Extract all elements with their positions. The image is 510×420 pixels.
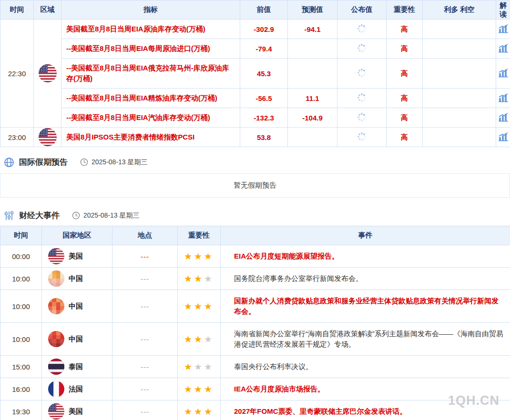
star-icon: ★ [194,251,204,261]
event-time: 10:00 [0,290,42,323]
country-wrap: 美国 [42,248,112,264]
interpret-cell[interactable] [496,20,510,39]
indicator-name[interactable]: 美国截至8月8日当周EIA原油库存变动(万桶) [61,20,240,39]
importance-stars: ★★★ [178,268,221,290]
interpret-cell[interactable] [496,59,510,89]
flag-cn3-icon [48,331,64,347]
importance-value: 高 [387,59,423,89]
event-text[interactable]: 泰国央行公布利率决议。 [221,356,510,378]
events-section-title: 财经大事件 [19,210,60,221]
event-time: 10:00 [0,323,42,356]
country-cell: 美国 [42,245,112,268]
chart-icon[interactable] [498,46,509,54]
indicator-name[interactable]: --美国截至8月8日当周EIA俄克拉荷马州-库欣原油库存(万桶) [61,59,240,89]
published-value [337,89,387,108]
location-cell: --- [112,400,178,420]
bull-bear-cell [423,108,496,128]
chart-icon[interactable] [498,135,509,143]
importance-stars: ★★★ [178,378,221,400]
indicator-name[interactable]: --美国截至8月8日当周EIA每周原油进口(万桶) [61,39,240,59]
header-region: 区域 [34,0,61,20]
time-cell: 23:00 [0,128,34,147]
forecast-value [288,39,337,59]
event-text[interactable]: 国务院台湾事务办公室举行新闻发布会。 [221,268,510,290]
event-text[interactable]: 2027年FOMC票委、里奇蒙联储主席巴尔金发表讲话。 [221,400,510,420]
event-text[interactable]: 国新办就个人消费贷款贴息政策和服务业经营主体贷款贴息政策有关情况举行新闻发布会。 [221,290,510,323]
star-icon: ★ [194,274,204,284]
forecast-value: -94.1 [288,20,337,39]
importance-stars: ★★★ [178,356,221,378]
previous-value: -132.3 [240,108,288,128]
country-name: 法国 [69,385,83,394]
location-cell: --- [112,323,178,356]
indicator-row: 22:30美国截至8月8日当周EIA原油库存变动(万桶)-302.9-94.1高 [0,20,510,39]
previous-value: 45.3 [240,59,288,89]
flag-us-icon [48,403,64,420]
importance-value: 高 [387,20,423,39]
header-importance: 重要性 [387,0,423,20]
previous-value: -79.4 [240,39,288,59]
flag-us-icon [39,128,57,146]
published-value [337,20,387,39]
header-event: 事件 [221,226,510,245]
clock-icon [80,158,88,166]
forecast-value [288,128,337,147]
chart-icon[interactable] [498,96,509,104]
events-table: 时间 国家地区 地点 重要性 事件 00:00美国---★★★EIA公布月度短期… [0,226,510,420]
header-bull-bear: 利多 利空 [423,0,496,20]
indicator-row: --美国截至8月8日当周EIA精炼油库存变动(万桶)-56.511.1高 [0,89,510,108]
interpret-cell[interactable] [496,108,510,128]
star-icon: ★ [194,384,204,394]
event-row: 10:00中国---★★★海南省新闻办公室举行“海南自贸港政策解读”系列主题新闻… [0,323,510,356]
loading-spinner-icon [357,27,367,35]
header-time: 时间 [0,0,34,20]
published-value [337,59,387,89]
star-icon: ★ [184,407,194,417]
event-text[interactable]: IEA公布月度原油市场报告。 [221,378,510,400]
country-name: 中国 [69,302,83,311]
country-cell: 中国 [42,268,112,290]
globe-icon [4,157,14,168]
region-cell [34,20,61,128]
chart-icon[interactable] [498,115,509,123]
flag-fr-icon [48,381,64,397]
interpret-cell[interactable] [496,89,510,108]
holiday-empty-text: 暂无假期预告 [234,181,276,190]
chart-icon[interactable] [498,71,509,79]
economic-calendar-page: 时间 区域 指标 前值 预测值 公布值 重要性 利多 利空 解读 22:30美国… [0,0,510,420]
star-icon: ★ [204,251,214,261]
interpret-cell[interactable] [496,39,510,59]
event-row: 16:00法国---★★★IEA公布月度原油市场报告。 [0,378,510,400]
loading-spinner-icon [357,135,367,143]
star-icon: ★ [204,407,214,417]
header-interpret: 解读 [496,0,510,20]
header-previous: 前值 [240,0,288,20]
loading-spinner-icon [357,96,367,104]
header-published: 公布值 [337,0,387,20]
star-icon: ★ [184,362,194,372]
country-cell: 美国 [42,400,112,420]
star-icon: ★ [184,301,194,311]
indicator-name[interactable]: --美国截至8月8日当周EIA汽油库存变动(万桶) [61,108,240,128]
event-text[interactable]: 海南省新闻办公室举行“海南自贸港政策解读”系列主题新闻发布会——《海南自由贸易港… [221,323,510,356]
indicator-name[interactable]: 美国8月IPSOS主要消费者情绪指数PCSI [61,128,240,147]
star-icon: ★ [184,274,194,284]
flag-th-icon [48,359,64,375]
chart-icon[interactable] [498,27,509,35]
location-cell: --- [112,245,178,268]
country-wrap: 中国 [42,331,112,347]
header-location: 地点 [112,226,178,245]
importance-stars: ★★★ [178,245,221,268]
indicator-name[interactable]: --美国截至8月8日当周EIA精炼油库存变动(万桶) [61,89,240,108]
bull-bear-cell [423,59,496,89]
previous-value: 53.8 [240,128,288,147]
importance-value: 高 [387,128,423,147]
country-name: 中国 [69,274,83,283]
location-cell: --- [112,378,178,400]
star-icon: ★ [204,301,214,311]
event-row: 10:00中国---★★★国新办就个人消费贷款贴息政策和服务业经营主体贷款贴息政… [0,290,510,323]
event-text[interactable]: EIA公布月度短期能源展望报告。 [221,245,510,268]
event-time: 19:30 [0,400,42,420]
published-value [337,39,387,59]
interpret-cell[interactable] [496,128,510,147]
